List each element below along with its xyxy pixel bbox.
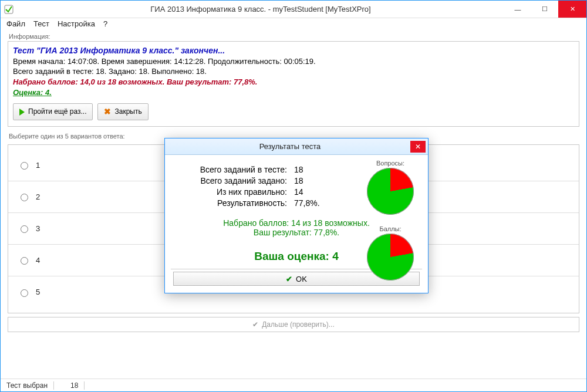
- retry-button-label: Пройти ещё раз...: [28, 107, 86, 116]
- statusbar: Тест выбран 18: [1, 379, 586, 391]
- stat-asked-label: Всего заданий задано:: [171, 176, 294, 185]
- answer-label: 1: [36, 161, 40, 170]
- dialog-ok-label: OK: [296, 275, 307, 283]
- retry-button[interactable]: Пройти ещё раз...: [13, 103, 93, 120]
- answer-label: 5: [36, 288, 40, 296]
- pie-questions-chart: [367, 168, 414, 215]
- next-button[interactable]: ✔ Дальше (проверить)...: [8, 317, 579, 332]
- close-button[interactable]: ✕: [558, 1, 586, 18]
- dialog-titlebar: Результаты теста ✕: [165, 138, 428, 155]
- dialog-body: Вопросы: Баллы: Всего заданий в тесте: 1…: [165, 155, 428, 293]
- stat-efficiency-label: Результативность:: [171, 198, 294, 208]
- answer-radio-2[interactable]: [21, 194, 28, 201]
- info-line-tasks: Всего заданий в тесте: 18. Задано: 18. В…: [13, 66, 574, 77]
- answer-radio-3[interactable]: [21, 225, 28, 233]
- info-line-grade: Оценка: 4.: [13, 87, 574, 98]
- titlebar: ГИА 2013 Информатика 9 класс. - myTestSt…: [1, 1, 586, 18]
- info-box: Тест "ГИА 2013 Информатика 9 класс." зак…: [8, 41, 579, 127]
- next-button-label: Дальше (проверить)...: [262, 320, 335, 329]
- play-icon: [19, 109, 25, 116]
- stat-total-value: 18: [294, 165, 303, 174]
- close-test-button[interactable]: ✖ Закрыть: [97, 103, 148, 120]
- results-dialog: Результаты теста ✕ Вопросы: Баллы: Всего…: [164, 138, 429, 293]
- app-icon: [4, 5, 14, 14]
- stat-total-label: Всего заданий в тесте:: [171, 165, 294, 174]
- ok-check-icon: ✔: [286, 275, 292, 283]
- menu-settings[interactable]: Настройка: [58, 19, 95, 28]
- pie-questions-wrap: Вопросы:: [367, 160, 414, 215]
- check-icon: ✔: [252, 320, 258, 329]
- info-line-title: Тест "ГИА 2013 Информатика 9 класс." зак…: [13, 45, 574, 56]
- menu-file[interactable]: Файл: [6, 19, 25, 28]
- pie-points-wrap: Баллы:: [367, 225, 414, 281]
- info-line-time: Время начала: 14:07:08. Время завершения…: [13, 56, 574, 67]
- info-line-score: Набрано баллов: 14,0 из 18 возможных. Ва…: [13, 77, 574, 87]
- answer-label: 4: [36, 256, 40, 265]
- close-test-button-label: Закрыть: [114, 107, 141, 116]
- stat-efficiency-value: 77,8%.: [294, 198, 320, 208]
- close-icon: ✖: [104, 106, 111, 117]
- answer-radio-4[interactable]: [21, 257, 28, 265]
- menu-test[interactable]: Тест: [33, 19, 49, 28]
- menubar: Файл Тест Настройка ?: [1, 18, 586, 29]
- stat-correct-label: Из них правильно:: [171, 187, 294, 197]
- dialog-close-button[interactable]: ✕: [410, 141, 426, 153]
- status-count: 18: [70, 381, 85, 390]
- pie-questions-label: Вопросы:: [367, 160, 414, 167]
- menu-help[interactable]: ?: [103, 19, 107, 28]
- window-controls: — ☐ ✕: [504, 1, 586, 18]
- info-buttons: Пройти ещё раз... ✖ Закрыть: [13, 103, 574, 120]
- dialog-title: Результаты теста: [170, 142, 410, 151]
- pie-points-label: Баллы:: [367, 225, 414, 232]
- pie-points-chart: [367, 234, 414, 281]
- answer-radio-1[interactable]: [21, 162, 28, 170]
- answer-label: 3: [36, 224, 40, 233]
- window-title: ГИА 2013 Информатика 9 класс. - myTestSt…: [17, 5, 504, 13]
- minimize-button[interactable]: —: [504, 1, 531, 18]
- answer-radio-5[interactable]: [21, 289, 28, 297]
- maximize-button[interactable]: ☐: [531, 1, 558, 18]
- status-test-selected: Тест выбран: [6, 381, 54, 390]
- stat-correct-value: 14: [294, 187, 303, 197]
- answer-label: 2: [36, 192, 40, 201]
- info-group-label: Информация:: [9, 33, 579, 40]
- stat-asked-value: 18: [294, 176, 303, 185]
